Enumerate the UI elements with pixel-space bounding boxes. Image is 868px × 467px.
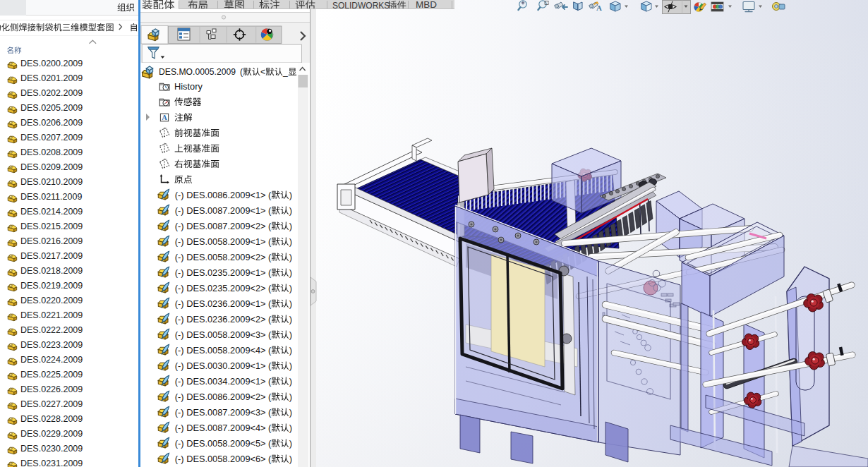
svg-text:): ) xyxy=(289,190,292,200)
svg-text:): ) xyxy=(289,298,292,309)
svg-text:): ) xyxy=(289,438,292,449)
svg-text:DES.MO.0005.2009: DES.MO.0005.2009 xyxy=(159,67,236,77)
svg-text:): ) xyxy=(289,329,292,340)
svg-text:(-) DES.0087.2009<1> (: (-) DES.0087.2009<1> ( xyxy=(175,205,272,216)
svg-text:): ) xyxy=(289,345,292,356)
svg-text:<: < xyxy=(260,67,265,77)
svg-text:History: History xyxy=(174,81,203,92)
svg-text:): ) xyxy=(289,221,292,231)
svg-text:): ) xyxy=(289,423,292,433)
svg-text:SOLIDWORKS: SOLIDWORKS xyxy=(332,1,390,9)
svg-text:): ) xyxy=(289,283,292,293)
svg-text:A: A xyxy=(596,4,602,12)
svg-text:): ) xyxy=(289,314,292,325)
svg-text:): ) xyxy=(289,267,292,278)
svg-text:(-) DES.0058.2009<5> (: (-) DES.0058.2009<5> ( xyxy=(175,438,272,449)
svg-text:(-) DES.0235.2009<2> (: (-) DES.0235.2009<2> ( xyxy=(175,283,272,293)
svg-text:(-) DES.0058.2009<3> (: (-) DES.0058.2009<3> ( xyxy=(175,329,272,340)
svg-text:(-) DES.0235.2009<1> (: (-) DES.0235.2009<1> ( xyxy=(175,267,272,278)
svg-text:): ) xyxy=(289,392,292,402)
svg-text:): ) xyxy=(289,205,292,216)
svg-text:(: ( xyxy=(240,67,243,77)
svg-text:(-) DES.0236.2009<1> (: (-) DES.0236.2009<1> ( xyxy=(175,298,272,309)
svg-text:(-) DES.0087.2009<4> (: (-) DES.0087.2009<4> ( xyxy=(175,423,272,433)
svg-text:(-) DES.0034.2009<1> (: (-) DES.0034.2009<1> ( xyxy=(175,376,272,387)
svg-text:(-) DES.0087.2009<2> (: (-) DES.0087.2009<2> ( xyxy=(175,221,272,231)
svg-text:): ) xyxy=(289,360,292,371)
svg-text:(-) DES.0058.2009<1> (: (-) DES.0058.2009<1> ( xyxy=(175,236,272,247)
svg-text:): ) xyxy=(289,376,292,387)
svg-text:(-) DES.0058.2009<4> (: (-) DES.0058.2009<4> ( xyxy=(175,345,272,356)
svg-text:MBD: MBD xyxy=(416,0,437,9)
svg-text:(-) DES.0058.2009<2> (: (-) DES.0058.2009<2> ( xyxy=(175,252,272,262)
svg-text:): ) xyxy=(289,407,292,418)
svg-text:(-) DES.0086.2009<2> (: (-) DES.0086.2009<2> ( xyxy=(175,392,272,402)
svg-text:(-) DES.0058.2009<6> (: (-) DES.0058.2009<6> ( xyxy=(175,454,272,464)
svg-text:): ) xyxy=(289,252,292,262)
svg-text:(-) DES.0087.2009<3> (: (-) DES.0087.2009<3> ( xyxy=(175,407,272,418)
svg-text:(-) DES.0030.2009<1> (: (-) DES.0030.2009<1> ( xyxy=(175,360,272,371)
svg-text:): ) xyxy=(289,454,292,464)
svg-text:(-) DES.0086.2009<1> (: (-) DES.0086.2009<1> ( xyxy=(175,190,272,200)
svg-text:): ) xyxy=(289,236,292,247)
svg-text:_: _ xyxy=(282,67,288,77)
svg-text:(-) DES.0236.2009<2> (: (-) DES.0236.2009<2> ( xyxy=(175,314,272,325)
